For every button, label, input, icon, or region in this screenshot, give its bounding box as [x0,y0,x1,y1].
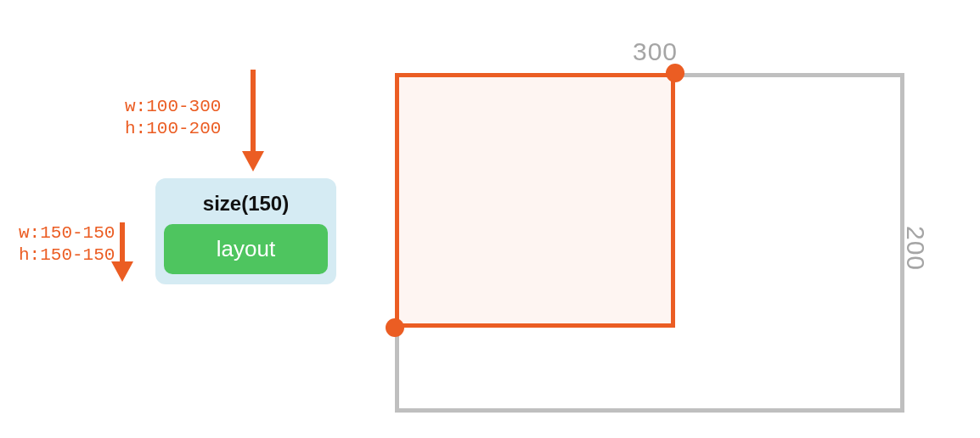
width-dimension-label: 300 [633,37,678,66]
arrow-down-icon [242,70,264,171]
outgoing-constraints-label: w:150-150 h:150-150 [19,222,115,267]
handle-dot-icon [666,64,684,82]
height-dimension-label: 200 [901,226,930,271]
layout-child-node: layout [164,224,328,274]
child-size-box [395,73,675,328]
arrow-down-icon [111,222,133,282]
size-widget-node: size(150) layout [155,178,336,284]
handle-dot-icon [386,318,404,337]
incoming-constraints-label: w:100-300 h:100-200 [125,96,221,141]
constraint-diagram: 300 200 [386,22,964,421]
size-widget-title: size(150) [164,187,328,224]
